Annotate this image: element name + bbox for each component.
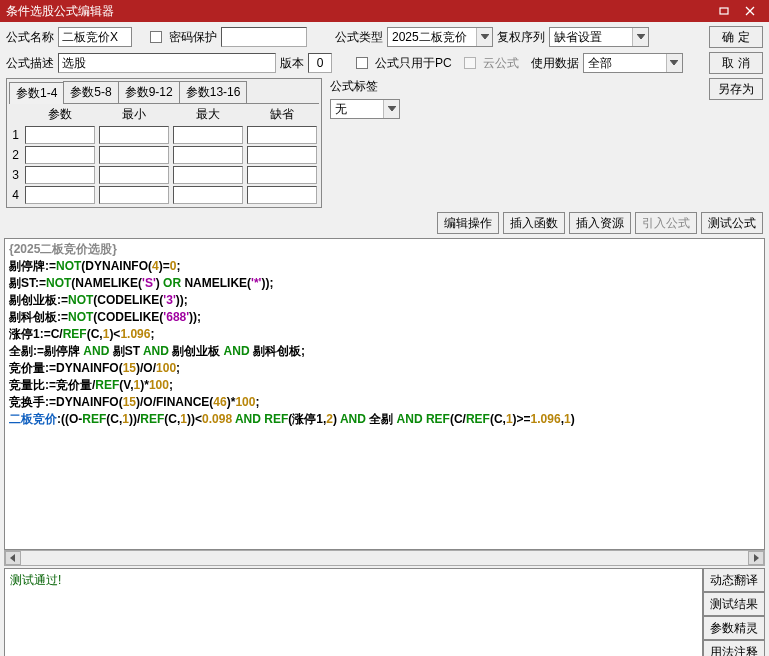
label-tag: 公式标签 (330, 78, 400, 95)
insert-res-button[interactable]: 插入资源 (569, 212, 631, 234)
dynamic-translate-button[interactable]: 动态翻译 (703, 568, 765, 592)
import-formula-button[interactable]: 引入公式 (635, 212, 697, 234)
param-wizard-button[interactable]: 参数精灵 (703, 616, 765, 640)
param-tab-1[interactable]: 参数1-4 (9, 82, 64, 104)
minimize-button[interactable] (711, 2, 737, 20)
cancel-button[interactable]: 取 消 (709, 52, 763, 74)
tag-select[interactable]: 无 (330, 99, 400, 119)
svg-marker-8 (754, 554, 759, 562)
code-header: {2025二板竞价选股} (9, 242, 117, 256)
edit-op-button[interactable]: 编辑操作 (437, 212, 499, 234)
scroll-left-icon[interactable] (5, 551, 21, 565)
param-cell[interactable] (25, 146, 95, 164)
label-name: 公式名称 (6, 29, 54, 46)
chevron-down-icon (666, 54, 682, 72)
param-cell[interactable] (247, 166, 317, 184)
label-type: 公式类型 (335, 29, 383, 46)
password-input[interactable] (221, 27, 307, 47)
code-editor[interactable]: {2025二板竞价选股} 剔停牌:=NOT(DYNAINFO(4)=0; 剔ST… (4, 238, 765, 550)
label-restore: 复权序列 (497, 29, 545, 46)
scroll-right-icon[interactable] (748, 551, 764, 565)
chevron-down-icon (632, 28, 648, 46)
label-version: 版本 (280, 55, 304, 72)
param-cell[interactable] (99, 126, 169, 144)
formula-desc-input[interactable] (58, 53, 276, 73)
svg-marker-7 (10, 554, 15, 562)
svg-rect-0 (720, 8, 728, 14)
label-desc: 公式描述 (6, 55, 54, 72)
window-title: 条件选股公式编辑器 (6, 3, 711, 20)
param-cell[interactable] (173, 146, 243, 164)
param-row: 1 (9, 125, 319, 145)
usage-notes-button[interactable]: 用法注释 (703, 640, 765, 656)
tag-value: 无 (331, 101, 383, 118)
param-header-default: 缺省 (245, 104, 319, 125)
param-cell[interactable] (173, 126, 243, 144)
param-cell[interactable] (25, 126, 95, 144)
param-cell[interactable] (25, 166, 95, 184)
param-cell[interactable] (99, 186, 169, 204)
param-header-max: 最大 (171, 104, 245, 125)
param-cell[interactable] (25, 186, 95, 204)
insert-func-button[interactable]: 插入函数 (503, 212, 565, 234)
ok-button[interactable]: 确 定 (709, 26, 763, 48)
svg-marker-3 (481, 34, 489, 39)
chevron-down-icon (383, 100, 399, 118)
use-data-value: 全部 (584, 55, 666, 72)
version-input[interactable] (308, 53, 332, 73)
svg-marker-6 (388, 106, 396, 111)
test-result-output: 测试通过! (4, 568, 703, 656)
param-cell[interactable] (173, 166, 243, 184)
param-row: 3 (9, 165, 319, 185)
param-tab-4[interactable]: 参数13-16 (179, 81, 248, 103)
svg-marker-4 (637, 34, 645, 39)
param-cell[interactable] (99, 146, 169, 164)
param-header-min: 最小 (97, 104, 171, 125)
formula-type-value: 2025二板竞价 (388, 29, 476, 46)
param-panel: 参数1-4 参数5-8 参数9-12 参数13-16 参数 最小 最大 缺省 1… (6, 78, 322, 208)
label-password: 密码保护 (169, 29, 217, 46)
param-row: 2 (9, 145, 319, 165)
formula-name-input[interactable] (58, 27, 132, 47)
param-cell[interactable] (247, 186, 317, 204)
label-cloud: 云公式 (483, 55, 519, 72)
svg-marker-5 (670, 60, 678, 65)
restore-select[interactable]: 缺省设置 (549, 27, 649, 47)
close-button[interactable] (737, 2, 763, 20)
pc-only-checkbox[interactable] (356, 57, 368, 69)
cloud-checkbox (464, 57, 476, 69)
restore-value: 缺省设置 (550, 29, 632, 46)
horizontal-scrollbar[interactable] (4, 550, 765, 566)
save-as-button[interactable]: 另存为 (709, 78, 763, 100)
param-cell[interactable] (247, 126, 317, 144)
password-checkbox[interactable] (150, 31, 162, 43)
param-cell[interactable] (173, 186, 243, 204)
param-cell[interactable] (99, 166, 169, 184)
param-tab-2[interactable]: 参数5-8 (63, 81, 118, 103)
formula-type-select[interactable]: 2025二板竞价 (387, 27, 493, 47)
param-tab-3[interactable]: 参数9-12 (118, 81, 180, 103)
param-cell[interactable] (247, 146, 317, 164)
chevron-down-icon (476, 28, 492, 46)
label-use-data: 使用数据 (531, 55, 579, 72)
test-result-button[interactable]: 测试结果 (703, 592, 765, 616)
param-row: 4 (9, 185, 319, 205)
label-pc-only: 公式只用于PC (375, 55, 452, 72)
use-data-select[interactable]: 全部 (583, 53, 683, 73)
param-header-name: 参数 (23, 104, 97, 125)
test-formula-button[interactable]: 测试公式 (701, 212, 763, 234)
